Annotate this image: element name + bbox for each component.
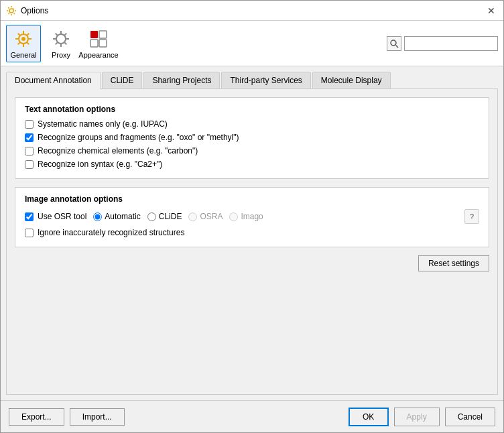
checkbox-ion[interactable] [25, 160, 34, 169]
tab-third-party[interactable]: Third-party Services [221, 72, 310, 88]
tab-clide[interactable]: CLiDE [102, 72, 143, 88]
footer-right: OK Apply Cancel [349, 408, 495, 426]
checkbox-ignore[interactable] [25, 229, 34, 237]
title-bar: Options ✕ [1, 1, 503, 21]
osr-automatic: Automatic [93, 212, 140, 221]
option-systematic: Systematic names only (e.g. IUPAC) [25, 119, 479, 129]
svg-rect-22 [90, 40, 98, 47]
svg-point-24 [391, 40, 396, 46]
label-imago: Imago [241, 212, 263, 221]
appearance-icon [88, 28, 109, 50]
svg-rect-20 [90, 31, 98, 38]
label-elements: Recognize chemical elements (e.g. "carbo… [38, 146, 198, 156]
label-use-osr: Use OSR tool [38, 212, 86, 221]
tab-content: Text annotation options Systematic names… [6, 89, 498, 395]
toolbar: General Proxy [1, 21, 503, 66]
tab-sharing-projects[interactable]: Sharing Projects [143, 72, 220, 88]
svg-point-2 [21, 37, 25, 41]
checkbox-elements[interactable] [25, 147, 34, 156]
svg-line-8 [27, 42, 29, 44]
window-icon [6, 5, 17, 16]
ok-button[interactable]: OK [349, 408, 389, 426]
option-ion: Recognize ion syntax (e.g. "Ca2+") [25, 160, 479, 169]
osr-clide: CLiDE [147, 212, 182, 221]
title-bar-left: Options [6, 5, 48, 16]
label-ignore: Ignore inaccurately recognized structure… [38, 228, 184, 237]
svg-line-16 [56, 33, 58, 35]
osr-options: Automatic CLiDE OSRA Imago [93, 212, 263, 221]
text-annotation-section: Text annotation options Systematic names… [15, 97, 489, 179]
apply-button[interactable]: Apply [394, 408, 440, 426]
svg-line-9 [27, 33, 29, 35]
search-icon [389, 39, 399, 48]
option-groups: Recognize groups and fragments (e.g. "ox… [25, 133, 479, 142]
image-annotation-title: Image annotation options [25, 194, 479, 204]
options-window: Options ✕ [0, 0, 504, 433]
toolbar-proxy[interactable]: Proxy [44, 25, 78, 62]
reset-button[interactable]: Reset settings [418, 255, 489, 271]
footer-left: Export... Import... [9, 408, 125, 426]
radio-imago [229, 212, 238, 221]
osr-imago: Imago [229, 212, 263, 221]
label-groups: Recognize groups and fragments (e.g. "ox… [38, 133, 239, 142]
cancel-button[interactable]: Cancel [445, 408, 495, 426]
export-button[interactable]: Export... [9, 408, 64, 426]
checkbox-use-osr[interactable] [25, 212, 34, 221]
tab-molecule-display[interactable]: Molecule Display [312, 72, 391, 88]
svg-rect-21 [99, 31, 107, 38]
toolbar-general[interactable]: General [6, 25, 41, 62]
osr-osra: OSRA [188, 212, 223, 221]
svg-rect-23 [99, 40, 107, 47]
search-input[interactable] [404, 36, 498, 51]
svg-line-17 [64, 42, 66, 44]
image-annotation-section: Image annotation options Use OSR tool Au… [15, 187, 489, 247]
option-elements: Recognize chemical elements (e.g. "carbo… [25, 146, 479, 156]
tab-document-annotation[interactable]: Document Annotation [6, 72, 101, 89]
proxy-icon [50, 28, 72, 50]
label-automatic: Automatic [105, 212, 140, 221]
radio-automatic[interactable] [93, 212, 102, 221]
svg-line-7 [18, 33, 20, 35]
general-icon [13, 28, 34, 50]
window-title: Options [21, 6, 48, 15]
checkbox-groups[interactable] [25, 133, 34, 142]
text-annotation-title: Text annotation options [25, 105, 479, 114]
content-area: Document Annotation CLiDE Sharing Projec… [1, 66, 503, 400]
reset-row: Reset settings [15, 255, 489, 271]
close-button[interactable]: ✕ [485, 4, 498, 17]
radio-clide[interactable] [147, 212, 156, 221]
toolbar-buttons: General Proxy [6, 25, 116, 62]
svg-line-10 [18, 42, 20, 44]
help-button[interactable]: ? [464, 209, 479, 224]
label-clide: CLiDE [159, 212, 182, 221]
radio-osra [188, 212, 197, 221]
search-icon-button[interactable] [387, 36, 401, 51]
option-use-osr: Use OSR tool Automatic CLiDE OSRA [25, 209, 479, 224]
tabs-bar: Document Annotation CLiDE Sharing Projec… [6, 72, 498, 89]
toolbar-appearance[interactable]: Appearance [81, 25, 116, 62]
option-ignore: Ignore inaccurately recognized structure… [25, 228, 479, 237]
svg-line-18 [64, 33, 66, 35]
label-osra: OSRA [200, 212, 223, 221]
svg-line-25 [396, 45, 399, 48]
svg-line-19 [56, 42, 58, 44]
appearance-label: Appearance [78, 51, 118, 59]
proxy-label: Proxy [52, 51, 70, 59]
svg-point-11 [56, 34, 66, 44]
svg-point-0 [9, 9, 13, 13]
label-ion: Recognize ion syntax (e.g. "Ca2+") [38, 160, 162, 169]
label-systematic: Systematic names only (e.g. IUPAC) [38, 119, 168, 129]
footer: Export... Import... OK Apply Cancel [1, 400, 503, 432]
import-button[interactable]: Import... [70, 408, 125, 426]
checkbox-systematic[interactable] [25, 120, 34, 129]
toolbar-search [387, 36, 498, 51]
general-label: General [10, 51, 36, 59]
